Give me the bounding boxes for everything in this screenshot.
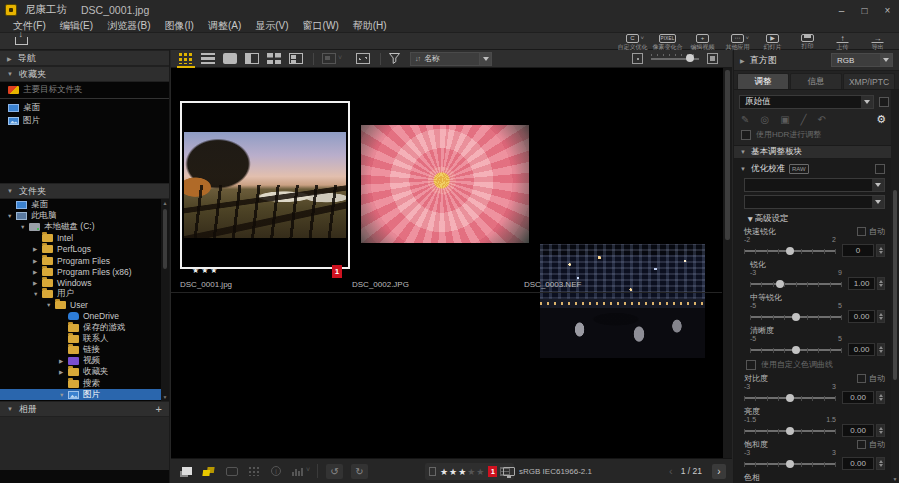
tree-item[interactable]: 本地磁盘 (C:)	[0, 221, 169, 232]
histogram-toggle-icon[interactable]	[292, 467, 303, 476]
menu-item[interactable]: 文件(F)	[6, 19, 53, 33]
thumbnail-selected[interactable]	[180, 101, 350, 269]
slider-value[interactable]: 0	[842, 244, 874, 257]
tree-item[interactable]: 视频	[0, 356, 169, 367]
picture-control-checkbox[interactable]	[875, 164, 885, 174]
menu-item[interactable]: 编辑(E)	[53, 19, 100, 33]
filmstrip-view-icon[interactable]	[289, 53, 303, 64]
slider-value[interactable]: 0.00	[848, 310, 875, 323]
clear-rating-icon[interactable]	[429, 467, 436, 476]
tree-expand-arrow[interactable]	[33, 280, 42, 286]
scroll-up-icon[interactable]: ▲	[163, 199, 168, 207]
undo-icon[interactable]: ↶	[818, 114, 826, 125]
compare-view-icon[interactable]	[322, 53, 336, 64]
tree-expand-arrow[interactable]	[46, 302, 55, 308]
nav-section-header[interactable]: ▶ 导航	[0, 50, 169, 66]
preset-select[interactable]: 原始值	[739, 95, 874, 109]
small-thumbnail-icon[interactable]	[632, 53, 643, 64]
toolbar-button[interactable]: + 编辑视频	[685, 33, 720, 49]
tree-item[interactable]: OneDrive	[0, 311, 169, 322]
custom-curve-checkbox[interactable]	[746, 360, 756, 370]
tree-expand-arrow[interactable]	[33, 246, 42, 252]
tree-expand-arrow[interactable]	[33, 291, 42, 297]
advanced-settings-header[interactable]: ▼ 高级设定	[738, 212, 887, 225]
add-album-button[interactable]: +	[156, 403, 162, 415]
slider-track[interactable]	[750, 346, 842, 354]
slider-knob[interactable]	[792, 313, 800, 321]
previous-image-button[interactable]: ‹	[669, 465, 673, 477]
rotate-cw-button[interactable]: ↻	[351, 464, 368, 479]
tree-item[interactable]: 链接	[0, 344, 169, 355]
slider-value[interactable]: 0.00	[842, 391, 874, 404]
channel-select[interactable]: RGB	[831, 53, 893, 67]
close-button[interactable]: ×	[876, 0, 899, 20]
folders-section-header[interactable]: ▼ 文件夹	[0, 183, 169, 199]
tree-expand-arrow[interactable]	[20, 224, 29, 230]
label-badge[interactable]: 1	[488, 466, 497, 477]
label-badge[interactable]: 1	[332, 265, 342, 278]
grid-scrollbar[interactable]	[723, 68, 732, 458]
scroll-down-icon[interactable]: ▼	[163, 393, 168, 401]
slider-value[interactable]: 1.00	[848, 277, 875, 290]
crop-icon[interactable]: ▣	[780, 114, 789, 125]
albums-section-header[interactable]: ▼ 相册 +	[0, 401, 169, 417]
image-and-info-view-icon[interactable]	[245, 53, 259, 64]
thumbnail-rating[interactable]: ★★★	[192, 266, 220, 275]
tree-scrollbar[interactable]: ▲ ▼	[161, 199, 169, 401]
tree-expand-arrow[interactable]	[59, 358, 68, 364]
toolbar-button[interactable]: → 导出	[860, 33, 895, 49]
straighten-icon[interactable]: ╱	[801, 114, 807, 125]
scrollbar-thumb[interactable]	[725, 70, 730, 240]
slider-value[interactable]: 0.00	[842, 424, 874, 437]
tree-item[interactable]: PerfLogs	[0, 244, 169, 255]
slider-value[interactable]: 0.00	[848, 343, 875, 356]
tree-expand-arrow[interactable]	[59, 369, 68, 375]
picture-control-select-2[interactable]	[744, 195, 885, 209]
scrollbar-thumb[interactable]	[163, 209, 167, 269]
value-stepper[interactable]	[877, 343, 885, 356]
settings-gear-icon[interactable]: ⚙	[876, 113, 886, 126]
tree-expand-arrow[interactable]	[7, 213, 16, 219]
value-stepper[interactable]	[876, 244, 885, 257]
primary-destination-folder[interactable]: 主要目标文件夹	[0, 82, 169, 97]
color-point-icon[interactable]: ◎	[760, 114, 769, 125]
slider-knob[interactable]	[792, 346, 800, 354]
filmstrip-toggle-icon[interactable]	[202, 467, 215, 476]
menu-item[interactable]: 显示(V)	[248, 19, 295, 33]
toolbar-button[interactable]: PIXEL 像素变化合并	[650, 33, 685, 49]
favorite-item[interactable]: 桌面	[0, 101, 169, 114]
favorite-item[interactable]: 图片	[0, 114, 169, 127]
tree-item[interactable]: 用户	[0, 289, 169, 300]
tree-expand-arrow[interactable]	[33, 269, 42, 275]
maximize-button[interactable]: □	[853, 0, 876, 20]
rating-stars-filled[interactable]: ★★★	[440, 467, 467, 477]
value-stepper[interactable]	[876, 424, 885, 437]
menu-item[interactable]: 帮助(H)	[346, 19, 394, 33]
list-view-icon[interactable]	[201, 53, 215, 64]
thumbnail[interactable]	[361, 125, 529, 243]
toolbar-button[interactable]: 打印	[790, 33, 825, 49]
slider-track[interactable]	[750, 280, 842, 288]
value-stepper[interactable]	[877, 277, 885, 290]
menu-item[interactable]: 图像(I)	[157, 19, 200, 33]
picture-control-header[interactable]: ▼ 优化校准 RAW	[738, 162, 887, 176]
slider-track[interactable]	[744, 460, 836, 468]
favorites-section-header[interactable]: ▼ 收藏夹	[0, 66, 169, 82]
import-button[interactable]: 导入	[4, 33, 38, 49]
auto-checkbox[interactable]	[857, 440, 866, 449]
basic-adjustments-section[interactable]: ▼ 基本调整板块	[734, 145, 891, 159]
toolbar-button[interactable]: ⋯ 其他应用	[720, 33, 755, 49]
slider-knob[interactable]	[786, 427, 794, 435]
slider-knob[interactable]	[776, 280, 784, 288]
tree-item[interactable]: Program Files (x86)	[0, 266, 169, 277]
tree-item[interactable]: 搜索	[0, 378, 169, 389]
grid-toggle-icon[interactable]	[249, 467, 260, 476]
tree-item[interactable]: 桌面	[0, 199, 169, 210]
compare-toggle-icon[interactable]	[226, 467, 238, 476]
tree-item[interactable]: 图片	[0, 389, 169, 400]
tree-item[interactable]: Intel	[0, 233, 169, 244]
slider-knob[interactable]	[786, 394, 794, 402]
sort-dropdown-arrow[interactable]	[480, 52, 492, 66]
tree-expand-arrow[interactable]	[59, 392, 68, 398]
info-toggle-icon[interactable]: i	[271, 466, 281, 476]
